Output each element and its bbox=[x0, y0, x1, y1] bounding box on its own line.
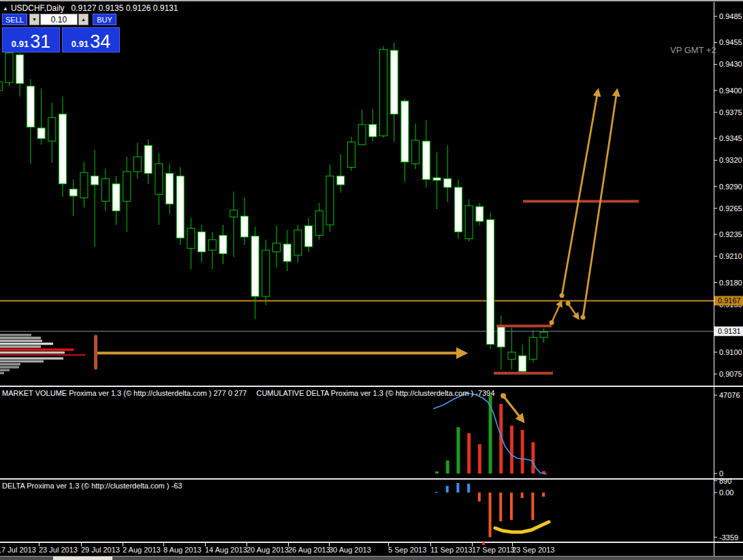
price-axis-label: 0.9075 bbox=[719, 370, 742, 378]
scrollbar-thumb[interactable] bbox=[53, 557, 112, 560]
candle-body bbox=[412, 140, 420, 164]
time-axis-label: 8 Aug 2013 bbox=[163, 546, 202, 554]
mt4-window: 0.94850.94550.94300.94000.93750.93450.93… bbox=[0, 0, 743, 560]
candle-body bbox=[123, 172, 131, 202]
volume-profile-bar bbox=[0, 369, 10, 371]
time-axis-label: 20 Aug 2013 bbox=[247, 546, 289, 554]
sell-button[interactable]: SELL bbox=[2, 14, 27, 25]
volume-bar bbox=[456, 427, 460, 473]
time-axis-label: 26 Aug 2013 bbox=[288, 546, 330, 554]
candle-body bbox=[208, 240, 216, 250]
price-axis-label: 0.9430 bbox=[719, 60, 742, 68]
candle-body bbox=[80, 172, 88, 198]
lot-size-input[interactable] bbox=[40, 14, 78, 25]
ask-price-button[interactable]: 0.91 34 bbox=[62, 27, 120, 52]
indicator-axis-label: 47076 bbox=[719, 391, 740, 399]
bid-price-big: 31 bbox=[30, 33, 50, 50]
delta-bar bbox=[531, 493, 534, 520]
panel-separator bbox=[0, 478, 743, 480]
candle-body bbox=[187, 228, 195, 248]
volume-profile-bar bbox=[0, 363, 20, 365]
delta-bar bbox=[467, 484, 470, 493]
candle-body bbox=[251, 236, 259, 296]
timezone-watermark: VP GMT +2 bbox=[670, 45, 716, 55]
volume-bar bbox=[446, 461, 449, 473]
lot-decrease-button[interactable]: ▼ bbox=[29, 14, 39, 25]
candle-body bbox=[508, 352, 516, 359]
panel-separator bbox=[0, 542, 743, 543]
candle-body bbox=[347, 142, 355, 167]
lot-increase-button[interactable]: ▲ bbox=[78, 14, 89, 25]
price-axis-label: 0.9400 bbox=[719, 87, 742, 95]
symbol-collapse-icon[interactable]: ▲ bbox=[3, 5, 8, 12]
volume-profile-bar bbox=[0, 360, 44, 362]
candle-body bbox=[273, 243, 281, 252]
delta-bar bbox=[489, 493, 492, 538]
candle-body bbox=[326, 176, 334, 225]
candle-body bbox=[262, 250, 270, 296]
candle-body bbox=[240, 216, 248, 237]
one-click-trading-panel: SELL ▼ ▲ BUY 0.91 31 0.91 34 bbox=[2, 14, 119, 52]
time-axis-label: 23 Sep 2013 bbox=[512, 546, 554, 554]
candle-body bbox=[390, 50, 398, 114]
time-axis-label: 17 Jul 2013 bbox=[0, 546, 36, 554]
price-axis-label: 0.9210 bbox=[719, 252, 742, 260]
chevron-down-icon: ▼ bbox=[32, 17, 37, 22]
candle-body bbox=[176, 176, 184, 238]
candle-body bbox=[369, 125, 377, 137]
volume-indicator-title: MARKET VOLUME Proxima ver 1.3 (© http://… bbox=[2, 389, 494, 397]
anchor-dot bbox=[560, 293, 565, 298]
level-price-tag-text: 0.9167 bbox=[718, 296, 741, 305]
time-axis-label: 23 Jul 2013 bbox=[39, 546, 78, 554]
trend-projection-arrow bbox=[583, 91, 617, 317]
volume-profile-bar bbox=[0, 349, 74, 351]
candle-body bbox=[230, 210, 238, 217]
price-axis-label: 0.9100 bbox=[719, 348, 742, 356]
ask-price-prefix: 0.91 bbox=[72, 40, 89, 48]
candle-body bbox=[219, 235, 227, 253]
candle-body bbox=[519, 356, 526, 371]
candle-body bbox=[422, 141, 430, 179]
market-volume-label: MARKET VOLUME Proxima ver 1.3 (© http://… bbox=[2, 389, 247, 397]
candle-body bbox=[305, 225, 313, 247]
volume-profile-bar bbox=[0, 372, 4, 374]
volume-profile-bar bbox=[0, 337, 41, 339]
candle-body bbox=[16, 55, 24, 83]
candle-body bbox=[465, 206, 473, 239]
delta-bar bbox=[456, 483, 459, 493]
candle-body bbox=[166, 173, 174, 204]
panel-separator bbox=[0, 386, 743, 387]
anchor-dot bbox=[581, 315, 586, 320]
candle-body bbox=[27, 86, 34, 127]
volume-profile-bar bbox=[0, 366, 19, 368]
chart-canvas[interactable]: 0.94850.94550.94300.94000.93750.93450.93… bbox=[0, 0, 743, 560]
price-axis-label: 0.9455 bbox=[719, 38, 742, 46]
delta-bar bbox=[446, 486, 449, 493]
bid-price-prefix: 0.91 bbox=[12, 40, 29, 48]
candle-body bbox=[69, 189, 77, 196]
volume-profile-bar bbox=[0, 334, 31, 336]
bid-price-button[interactable]: 0.91 31 bbox=[2, 27, 60, 52]
candle-body bbox=[112, 184, 120, 211]
candle-body bbox=[91, 176, 99, 185]
current-price-tag-text: 0.9131 bbox=[718, 327, 741, 335]
highlight-curve bbox=[495, 522, 549, 532]
buy-button[interactable]: BUY bbox=[93, 14, 116, 25]
small-down-arrow bbox=[568, 303, 578, 318]
price-axis-label: 0.9265 bbox=[719, 204, 742, 213]
candle-body bbox=[283, 244, 291, 262]
delta-bar bbox=[510, 493, 513, 520]
time-axis-label: 17 Sep 2013 bbox=[472, 546, 514, 554]
delta-label: DELTA Proxima ver 1.3 (© http://clusterd… bbox=[2, 482, 182, 490]
volume-profile-bar bbox=[0, 357, 63, 359]
volume-profile-bar bbox=[0, 345, 41, 347]
candle-body bbox=[48, 118, 56, 142]
price-axis-label: 0.9485 bbox=[719, 12, 742, 20]
candle-body bbox=[433, 178, 441, 181]
price-axis-label: 0.9375 bbox=[719, 108, 742, 116]
candle-body bbox=[487, 219, 494, 344]
volume-bar bbox=[478, 444, 481, 473]
range-start-bar bbox=[94, 335, 97, 369]
candle-body bbox=[401, 101, 409, 162]
candle-body bbox=[337, 176, 345, 185]
